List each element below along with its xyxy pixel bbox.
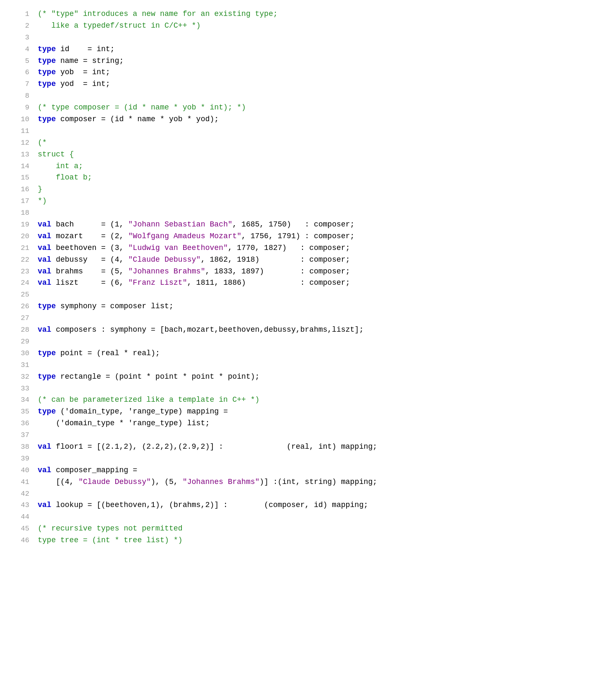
code-token: , 1770, 1827) : composer; — [228, 244, 350, 252]
code-line: 24val liszt = (6, "Franz Liszt", 1811, 1… — [13, 277, 603, 289]
line-content: like a typedef/struct in C/C++ *) — [38, 20, 603, 32]
code-token: val — [38, 278, 51, 287]
code-token: (* type composer = (id * name * yob * in… — [38, 103, 246, 112]
code-token: "Claude Debussy" — [128, 255, 201, 264]
code-line: 45(* recursive types not permitted — [13, 523, 603, 535]
code-line: 9(* type composer = (id * name * yob * i… — [13, 102, 603, 114]
code-line: 21val beethoven = (3, "Ludwig van Beetho… — [13, 242, 603, 254]
line-number: 4 — [13, 44, 29, 55]
line-content — [38, 312, 603, 324]
line-content — [38, 429, 603, 441]
line-number: 18 — [13, 208, 29, 218]
line-number: 33 — [13, 383, 29, 394]
line-number: 34 — [13, 395, 29, 406]
code-token: (* "type" introduces a new name for an e… — [38, 10, 278, 18]
line-content: val composers : symphony = [bach,mozart,… — [38, 324, 603, 336]
code-token: val — [38, 442, 51, 451]
line-content: struct { — [38, 149, 603, 161]
code-line: 18 — [13, 207, 603, 219]
code-line: 33 — [13, 383, 603, 395]
code-line: 39 — [13, 453, 603, 465]
code-token: struct { — [38, 150, 74, 159]
line-content: val brahms = (5, "Johannes Brahms", 1833… — [38, 266, 603, 278]
code-token: val — [38, 244, 51, 252]
code-token: yod = int; — [56, 80, 110, 88]
code-token: int a; — [38, 162, 83, 170]
code-token: type — [38, 349, 56, 357]
code-line: 43val lookup = [(beethoven,1), (brahms,2… — [13, 499, 603, 511]
line-number: 26 — [13, 301, 29, 312]
code-token: like a typedef/struct in C/C++ *) — [38, 21, 201, 30]
code-line: 38val floor1 = [(2.1,2), (2.2,2),(2.9,2)… — [13, 441, 603, 453]
code-token: type — [38, 57, 56, 65]
line-number: 9 — [13, 102, 29, 113]
line-content: } — [38, 184, 603, 195]
code-token: liszt = (6, — [51, 278, 128, 287]
code-token: point = (real * real); — [56, 349, 160, 357]
line-number: 3 — [13, 32, 29, 43]
line-content: val lookup = [(beethoven,1), (brahms,2)]… — [38, 499, 603, 511]
code-token: type tree = (int * tree list) *) — [38, 536, 183, 544]
line-content: (* "type" introduces a new name for an e… — [38, 8, 603, 20]
code-token: yob = int; — [56, 68, 110, 76]
code-line: 20val mozart = (2, "Wolfgang Amadeus Moz… — [13, 231, 603, 242]
code-token: composer = (id * name * yob * yod); — [56, 115, 219, 123]
code-line: 12(* — [13, 137, 603, 149]
code-token: float b; — [38, 173, 92, 182]
code-token: (* recursive types not permitted — [38, 524, 183, 533]
code-editor: 1(* "type" introduces a new name for an … — [13, 8, 603, 546]
line-number: 12 — [13, 138, 29, 148]
line-content: type rectangle = (point * point * point … — [38, 371, 603, 383]
code-line: 10type composer = (id * name * yob * yod… — [13, 114, 603, 125]
code-token: id = int; — [56, 45, 114, 53]
code-token: "Franz Liszt" — [128, 278, 187, 287]
code-token: *) — [38, 197, 47, 205]
line-content: val bach = (1, "Johann Sebastian Bach", … — [38, 219, 603, 231]
code-token: type — [38, 80, 56, 88]
line-content: type symphony = composer list; — [38, 301, 603, 312]
code-line: 6type yob = int; — [13, 67, 603, 78]
code-line: 8 — [13, 90, 603, 102]
line-number: 28 — [13, 325, 29, 335]
code-line: 30type point = (real * real); — [13, 348, 603, 359]
code-token: type — [38, 68, 56, 76]
line-number: 24 — [13, 278, 29, 289]
line-content — [38, 488, 603, 500]
code-token: name = string; — [56, 57, 124, 65]
code-line: 46type tree = (int * tree list) *) — [13, 535, 603, 546]
code-token: ), (5, — [151, 478, 183, 486]
code-token: val — [38, 232, 51, 240]
line-number: 25 — [13, 289, 29, 300]
line-number: 17 — [13, 196, 29, 207]
code-token: composer_mapping = — [51, 466, 137, 474]
line-content: (* recursive types not permitted — [38, 523, 603, 535]
line-content: type composer = (id * name * yob * yod); — [38, 114, 603, 125]
line-number: 30 — [13, 348, 29, 359]
line-content: (* can be parameterized like a template … — [38, 394, 603, 406]
code-token: , 1811, 1886) : composer; — [187, 278, 350, 287]
line-content: val liszt = (6, "Franz Liszt", 1811, 188… — [38, 277, 603, 289]
code-token: floor1 = [(2.1,2), (2.2,2),(2.9,2)] : (r… — [51, 442, 377, 451]
line-number: 38 — [13, 442, 29, 453]
line-number: 46 — [13, 535, 29, 546]
code-line: 19val bach = (1, "Johann Sebastian Bach"… — [13, 219, 603, 231]
code-token: val — [38, 220, 51, 229]
code-token: ('domain_type * 'range_type) list; — [38, 419, 210, 427]
code-token: debussy = (4, — [51, 255, 128, 264]
line-content: val mozart = (2, "Wolfgang Amadeus Mozar… — [38, 231, 603, 242]
code-line: 29 — [13, 336, 603, 348]
code-token: val — [38, 325, 51, 334]
code-line: 36 ('domain_type * 'range_type) list; — [13, 418, 603, 429]
line-number: 27 — [13, 313, 29, 324]
code-token: (* can be parameterized like a template … — [38, 395, 259, 404]
code-token: "Ludwig van Beethoven" — [128, 244, 228, 252]
code-token: brahms = (5, — [51, 267, 128, 276]
line-number: 29 — [13, 336, 29, 347]
line-number: 23 — [13, 266, 29, 277]
line-content: val floor1 = [(2.1,2), (2.2,2),(2.9,2)] … — [38, 441, 603, 453]
code-token: "Wolfgang Amadeus Mozart" — [128, 232, 241, 240]
line-content: val composer_mapping = — [38, 465, 603, 476]
code-line: 35type ('domain_type, 'range_type) mappi… — [13, 406, 603, 418]
line-content: *) — [38, 195, 603, 207]
line-number: 40 — [13, 465, 29, 476]
